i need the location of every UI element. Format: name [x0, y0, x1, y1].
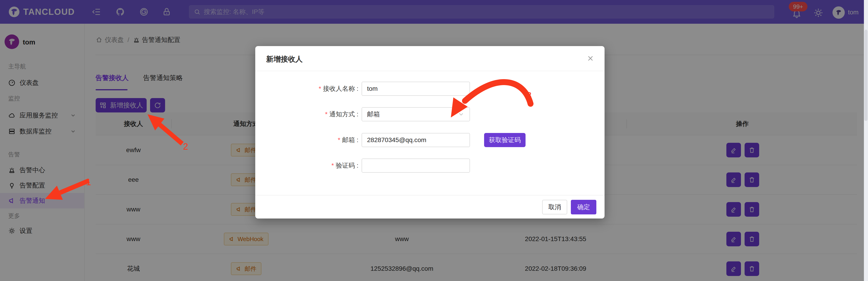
- add-receiver-modal: 新增接收人 *接收人名称 : *通知方式 : 邮箱 *邮箱 : 获取验证码 *验…: [255, 46, 604, 219]
- select-chevron-icon: [458, 111, 465, 118]
- form-row-method: *通知方式 : 邮箱: [255, 107, 604, 121]
- method-label: *通知方式 :: [255, 107, 359, 121]
- close-icon[interactable]: [586, 54, 594, 62]
- form-row-email: *邮箱 : 获取验证码: [255, 133, 604, 147]
- cancel-button[interactable]: 取消: [542, 200, 567, 215]
- get-code-button[interactable]: 获取验证码: [484, 133, 526, 147]
- code-label: *验证码 :: [255, 159, 359, 173]
- modal-footer-divider: [255, 195, 604, 195]
- notify-method-select[interactable]: 邮箱: [362, 107, 470, 121]
- email-label: *邮箱 :: [255, 133, 359, 147]
- form-row-name: *接收人名称 :: [255, 82, 604, 96]
- name-label: *接收人名称 :: [255, 82, 359, 96]
- modal-header-divider: [255, 71, 604, 71]
- receiver-name-input[interactable]: [362, 82, 470, 96]
- select-value: 邮箱: [367, 110, 380, 119]
- modal-title: 新增接收人: [266, 54, 303, 64]
- form-row-code: *验证码 :: [255, 159, 604, 173]
- scrollbar-thumb[interactable]: [864, 30, 868, 121]
- confirm-button[interactable]: 确定: [571, 200, 596, 215]
- verify-code-input[interactable]: [362, 159, 470, 173]
- app-root: TANCLOUD 99+ tom: [0, 0, 868, 281]
- email-input[interactable]: [362, 133, 470, 147]
- vertical-scrollbar[interactable]: [864, 0, 868, 281]
